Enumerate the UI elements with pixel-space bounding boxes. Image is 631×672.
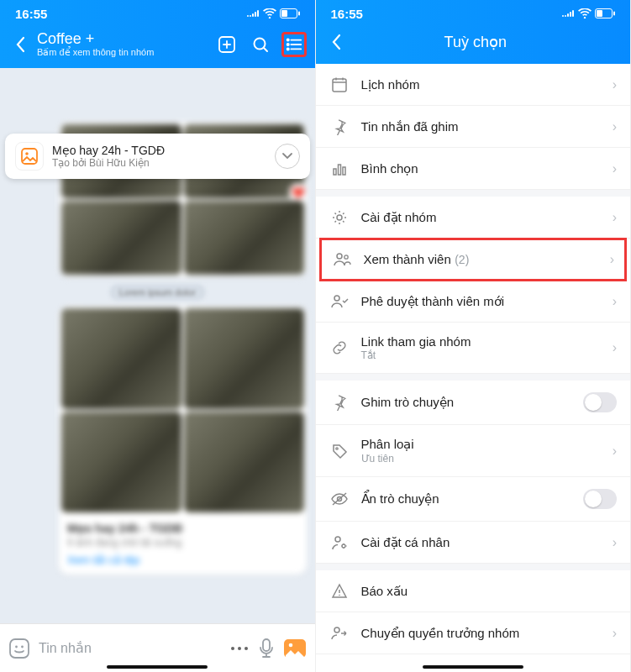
svg-point-28 bbox=[565, 15, 566, 17]
back-button[interactable] bbox=[324, 30, 348, 54]
gear-icon bbox=[329, 209, 350, 226]
option-group-calendar[interactable]: Lịch nhóm › bbox=[316, 64, 631, 106]
attachment-image[interactable] bbox=[61, 412, 181, 512]
message-bubble[interactable]: Mẹo hay 24h - TGDĐ 9 ảnh đang chờ tải xu… bbox=[59, 306, 307, 575]
options-screen: 16:55 Tuỳ chọn Lịch nhóm › Tin nhắn đã g… bbox=[316, 0, 632, 672]
svg-point-44 bbox=[344, 255, 347, 259]
home-indicator[interactable] bbox=[423, 665, 523, 669]
pin-icon bbox=[329, 118, 350, 135]
attachment-image[interactable] bbox=[184, 412, 304, 512]
options-list[interactable]: Lịch nhóm › Tin nhắn đã ghim › Bình chọn… bbox=[316, 64, 631, 670]
user-gear-icon bbox=[329, 534, 350, 551]
search-button[interactable] bbox=[248, 32, 273, 57]
option-join-link[interactable]: Link tham gia nhóm Tắt › bbox=[316, 323, 631, 374]
back-button[interactable] bbox=[8, 33, 32, 56]
option-sublabel: Tắt bbox=[361, 349, 613, 361]
battery-icon bbox=[280, 8, 300, 18]
chat-header: 16:55 Coffee + Bấm để xem thông tin nhóm bbox=[0, 0, 315, 68]
signal-icon bbox=[246, 9, 260, 18]
svg-point-50 bbox=[342, 544, 345, 548]
svg-rect-39 bbox=[334, 169, 336, 175]
option-approve-members[interactable]: Phê duyệt thành viên mới › bbox=[316, 281, 631, 323]
attachment-image[interactable] bbox=[61, 308, 181, 409]
options-button[interactable] bbox=[281, 32, 307, 57]
option-personal-settings[interactable]: Cài đặt cá nhân › bbox=[316, 522, 631, 564]
option-label: Tin nhắn đã ghim bbox=[361, 119, 459, 134]
group-subtitle: Bấm để xem thông tin nhóm bbox=[37, 47, 214, 58]
svg-point-0 bbox=[247, 15, 249, 17]
chevron-right-icon: › bbox=[613, 161, 617, 176]
svg-rect-16 bbox=[22, 149, 37, 164]
more-icon[interactable] bbox=[229, 645, 250, 652]
option-report[interactable]: Báo xấu bbox=[316, 570, 631, 612]
svg-rect-4 bbox=[257, 10, 259, 17]
status-bar: 16:55 bbox=[316, 0, 631, 27]
svg-point-46 bbox=[335, 447, 337, 449]
option-category[interactable]: Phân loại Ưu tiên › bbox=[316, 425, 631, 477]
svg-rect-31 bbox=[572, 10, 574, 17]
svg-rect-34 bbox=[613, 12, 615, 16]
option-view-members[interactable]: Xem thành viên (2) › bbox=[319, 238, 628, 281]
heart-reaction-icon[interactable]: ❤️ bbox=[289, 183, 308, 202]
sticker-icon[interactable] bbox=[8, 638, 30, 659]
pinned-title: Mẹo hay 24h - TGDĐ bbox=[52, 144, 275, 157]
svg-point-45 bbox=[334, 296, 339, 301]
svg-rect-35 bbox=[333, 79, 346, 92]
option-label: Cài đặt nhóm bbox=[361, 210, 437, 224]
svg-rect-29 bbox=[567, 13, 569, 17]
svg-point-22 bbox=[238, 647, 241, 650]
option-transfer-admin[interactable]: Chuyển quyền trưởng nhóm › bbox=[316, 612, 631, 654]
member-count: (2) bbox=[455, 253, 469, 266]
add-button[interactable] bbox=[214, 32, 239, 57]
svg-rect-30 bbox=[570, 12, 571, 17]
option-sublabel: Ưu tiên bbox=[361, 453, 613, 465]
svg-rect-3 bbox=[255, 12, 256, 17]
chevron-right-icon: › bbox=[610, 252, 614, 267]
gallery-icon[interactable] bbox=[283, 638, 307, 659]
group-name: Coffee + bbox=[37, 30, 214, 48]
card-link[interactable]: Xem tất cả tệp bbox=[67, 554, 298, 566]
svg-rect-7 bbox=[298, 12, 300, 16]
svg-point-52 bbox=[339, 594, 340, 596]
option-label: Phân loại bbox=[361, 437, 613, 452]
attachment-image[interactable] bbox=[184, 308, 304, 409]
svg-point-43 bbox=[337, 254, 342, 259]
pinned-expand-icon[interactable] bbox=[275, 144, 300, 169]
option-pinned-messages[interactable]: Tin nhắn đã ghim › bbox=[316, 106, 631, 148]
pin-chat-toggle[interactable] bbox=[583, 392, 617, 412]
option-hide-chat[interactable]: Ẩn trò chuyện bbox=[316, 477, 631, 522]
svg-point-23 bbox=[245, 647, 248, 650]
status-time: 16:55 bbox=[331, 7, 363, 21]
mic-icon[interactable] bbox=[258, 638, 275, 659]
chevron-right-icon: › bbox=[613, 77, 617, 92]
status-time: 16:55 bbox=[15, 7, 47, 21]
attachment-image[interactable] bbox=[61, 201, 181, 275]
system-message: Lorem ipsum dolor bbox=[109, 284, 206, 301]
svg-point-17 bbox=[25, 152, 29, 155]
hide-chat-toggle[interactable] bbox=[583, 489, 617, 509]
svg-rect-6 bbox=[281, 10, 287, 17]
option-pin-chat[interactable]: Ghim trò chuyện bbox=[316, 381, 631, 425]
message-input[interactable]: Tin nhắn bbox=[39, 640, 221, 656]
warning-icon bbox=[329, 583, 350, 600]
attachment-image[interactable] bbox=[184, 201, 304, 275]
option-label: Lịch nhóm bbox=[361, 77, 420, 92]
transfer-icon bbox=[329, 625, 350, 642]
signal-icon bbox=[561, 9, 575, 18]
card-subtitle: 9 ảnh đang chờ tải xuống bbox=[67, 537, 298, 549]
svg-point-42 bbox=[337, 215, 342, 220]
svg-point-53 bbox=[334, 627, 339, 633]
pin-icon bbox=[329, 394, 350, 411]
home-indicator[interactable] bbox=[107, 665, 208, 669]
header-title-block[interactable]: Coffee + Bấm để xem thông tin nhóm bbox=[37, 30, 214, 58]
chat-body[interactable]: Mẹo hay 24h - TGDĐ Tạo bởi Bùi Hữu Kiện … bbox=[0, 68, 315, 626]
pinned-banner[interactable]: Mẹo hay 24h - TGDĐ Tạo bởi Bùi Hữu Kiện bbox=[5, 134, 310, 179]
option-poll[interactable]: Bình chọn › bbox=[316, 148, 631, 190]
svg-point-21 bbox=[231, 647, 234, 650]
option-group-settings[interactable]: Cài đặt nhóm › bbox=[316, 197, 631, 239]
svg-point-10 bbox=[287, 39, 288, 40]
option-label: Chuyển quyền trưởng nhóm bbox=[361, 626, 520, 640]
chevron-right-icon: › bbox=[613, 294, 617, 309]
calendar-icon bbox=[329, 76, 350, 93]
option-label: Xem thành viên bbox=[364, 252, 451, 266]
